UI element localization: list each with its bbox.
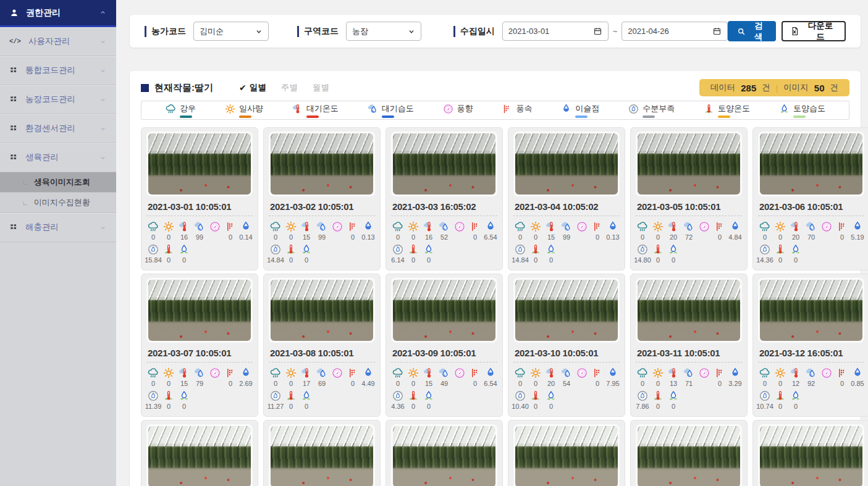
legend-label: 대기온도 (306, 103, 339, 114)
greenhouse-photo[interactable] (271, 133, 373, 195)
air-temperature-icon (667, 220, 680, 233)
download-button[interactable]: 다운로드 (782, 21, 846, 41)
greenhouse-photo[interactable] (760, 133, 862, 195)
greenhouse-photo[interactable] (515, 133, 618, 195)
sensor-soil-temp: 0 (651, 390, 665, 410)
greenhouse-photo[interactable] (148, 280, 251, 341)
search-button[interactable]: 검색 (728, 21, 776, 41)
sensor-value: 11.39 (145, 403, 162, 410)
sensor-row-2: 11.3900 (146, 390, 253, 410)
sidebar-subitem-growth-image-view[interactable]: ∟ 생육이미지조회 (0, 172, 116, 193)
sensor-soil-temp: 0 (651, 243, 665, 264)
legend-item-soil-temp: 토양온도 (703, 103, 750, 118)
sensor-wind-speed: 0 (591, 367, 604, 387)
sensor-air-temp: 15 (300, 220, 313, 241)
greenhouse-photo[interactable] (760, 280, 862, 341)
sensor-air-hum: 72 (682, 220, 696, 241)
date-to-input[interactable]: 2021-04-26 (622, 22, 728, 41)
branch-icon: ∟ (22, 179, 28, 186)
zone-code-select[interactable]: 농장 (346, 22, 421, 41)
moisture-deficit-icon (269, 243, 282, 256)
sensor-soil-hum: 0 (544, 243, 558, 264)
greenhouse-photo[interactable] (393, 133, 495, 195)
sidebar-item-integrated-codes[interactable]: 통합코드관리 (0, 56, 116, 85)
sidebar-item-permissions[interactable]: 권한관리 (0, 0, 116, 27)
wind-speed-icon (714, 367, 726, 379)
sensor-value: 0 (778, 233, 782, 241)
greenhouse-photo[interactable] (271, 280, 373, 341)
wind-speed-icon (469, 220, 481, 233)
sun-icon (407, 367, 419, 379)
rain-icon (392, 220, 404, 233)
chevron-down-icon (99, 96, 107, 104)
collection-date-label: 수집일시 (453, 26, 495, 37)
sensor-value: 0 (763, 233, 767, 241)
greenhouse-photo[interactable] (515, 426, 618, 486)
sensor-value: 4.49 (361, 380, 374, 387)
sidebar-item-env-sensors[interactable]: 환경센서관리 (0, 114, 116, 143)
wind-speed-icon (224, 367, 237, 379)
card-grid: 2021-03-01 10:05:01 00169900.14 15.8400 … (141, 127, 849, 486)
sidebar-item-farm-codes[interactable]: 농장코드관리 (0, 85, 116, 114)
divider (146, 216, 253, 216)
chevron-down-icon (99, 125, 107, 133)
greenhouse-photo[interactable] (393, 280, 495, 341)
sensor-solar: 0 (407, 220, 420, 241)
legend-label: 풍속 (516, 103, 532, 114)
sun-icon (224, 103, 236, 115)
capture-datetime: 2021-03-08 10:05:01 (270, 348, 374, 358)
sensor-value: 79 (196, 380, 203, 387)
sensor-solar: 0 (284, 220, 298, 241)
farm-code-select[interactable]: 김미순 (193, 22, 269, 41)
rain-icon (147, 220, 159, 233)
greenhouse-photo[interactable] (638, 133, 740, 195)
greenhouse-photo[interactable] (148, 426, 251, 486)
sensor-value: 2.69 (239, 380, 252, 387)
greenhouse-photo[interactable] (760, 426, 862, 486)
sensor-solar: 0 (773, 367, 787, 387)
data-count-unit: 건 (762, 82, 770, 93)
rain-icon (147, 367, 159, 379)
sensor-rain: 0 (391, 220, 405, 241)
sensor-air-temp: 13 (667, 367, 680, 387)
greenhouse-photo[interactable] (638, 280, 740, 341)
sensor-value: 0 (656, 380, 660, 387)
tab-daily[interactable]: ✔ 일별 (239, 82, 266, 93)
sensor-air-temp: 15 (177, 367, 191, 387)
greenhouse-photo[interactable] (148, 133, 251, 195)
greenhouse-photo[interactable] (271, 426, 373, 486)
sensor-value: 0 (656, 233, 660, 241)
sidebar-item-growth[interactable]: 생육관리 (0, 143, 116, 172)
sidebar-item-pests[interactable]: 해충관리 (0, 213, 116, 242)
sensor-value: 0 (229, 233, 232, 241)
tab-weekly[interactable]: 주별 (281, 82, 298, 93)
sensor-value: 99 (563, 233, 570, 241)
soil-temperature-icon (774, 390, 786, 402)
air-temperature-icon (178, 220, 190, 233)
greenhouse-photo-frame (513, 424, 620, 486)
sensor-value: 0 (411, 380, 415, 387)
dew-point-icon (560, 103, 572, 115)
chevron-down-icon (99, 224, 107, 232)
sensor-value: 0 (167, 403, 171, 410)
moisture-deficit-icon (759, 390, 771, 402)
greenhouse-photo[interactable] (393, 426, 495, 486)
sensor-solar: 0 (162, 367, 175, 387)
divider (636, 216, 742, 216)
sensor-rain: 0 (758, 220, 772, 241)
soil-temperature-icon (162, 390, 175, 402)
sidebar-subitem-image-collection-status[interactable]: ∟ 이미지수집현황 (0, 193, 116, 213)
sidebar-item-users[interactable]: </> 사용자관리 (0, 27, 116, 56)
sensor-soil-temp: 0 (284, 243, 298, 264)
greenhouse-photo[interactable] (638, 426, 740, 486)
tab-monthly[interactable]: 월별 (313, 82, 329, 93)
sensor-moisture-deficit: 14.84 (513, 243, 527, 264)
sensor-value: 0 (534, 380, 537, 387)
sensor-rain: 0 (758, 367, 772, 387)
date-from-input[interactable]: 2021-03-01 (502, 22, 609, 41)
dew-point-icon (607, 367, 619, 379)
sensor-soil-temp: 0 (284, 390, 298, 410)
capture-datetime: 2021-03-12 16:05:01 (759, 348, 863, 358)
greenhouse-photo[interactable] (515, 280, 618, 341)
sensor-value: 7.86 (636, 403, 649, 410)
